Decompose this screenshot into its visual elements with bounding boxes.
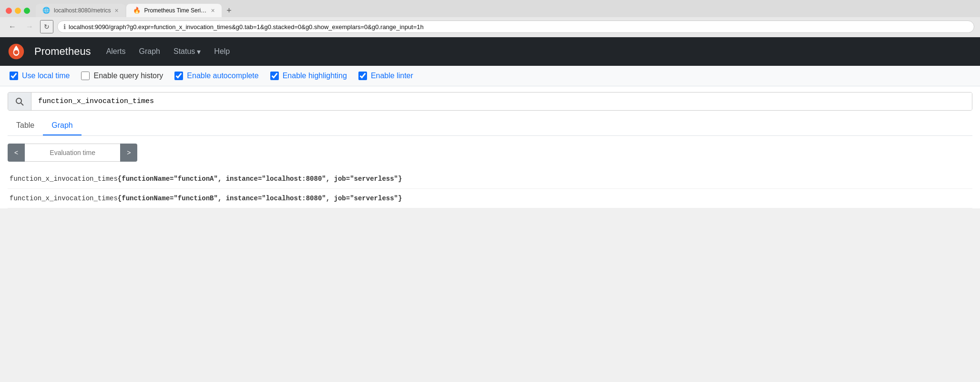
opt3-label: Enable autocomplete: [187, 72, 258, 80]
new-tab-button[interactable]: +: [223, 4, 236, 17]
tab-2-close[interactable]: ×: [211, 7, 214, 14]
nav-alerts[interactable]: Alerts: [101, 43, 132, 60]
results-list: function_x_invocation_times{functionName…: [8, 169, 972, 208]
option-linter[interactable]: Enable linter: [358, 72, 413, 80]
close-button[interactable]: [6, 8, 12, 14]
query-input[interactable]: [31, 93, 972, 110]
svg-point-2: [16, 98, 21, 103]
option-autocomplete[interactable]: Enable autocomplete: [174, 72, 258, 80]
opt1-label: Use local time: [22, 72, 70, 80]
search-bar: [8, 92, 972, 111]
maximize-button[interactable]: [24, 8, 30, 14]
nav-status[interactable]: Status ▾: [168, 43, 206, 60]
opt1-checkbox[interactable]: [10, 72, 18, 80]
app-brand: Prometheus: [34, 45, 91, 58]
svg-line-3: [21, 103, 23, 105]
nav-links: Alerts Graph Status ▾ Help: [101, 43, 236, 60]
back-button[interactable]: ←: [6, 20, 19, 33]
opt5-checkbox[interactable]: [358, 72, 367, 80]
opt3-checkbox[interactable]: [174, 72, 183, 80]
option-query-history[interactable]: Enable query history: [81, 72, 163, 80]
traffic-lights: [6, 8, 30, 14]
opt4-checkbox[interactable]: [270, 72, 279, 80]
eval-next-button[interactable]: >: [120, 144, 137, 162]
tab-table[interactable]: Table: [8, 116, 43, 135]
address-bar[interactable]: ℹ localhost:9090/graph?g0.expr=function_…: [57, 21, 974, 33]
opt4-label: Enable highlighting: [283, 72, 347, 80]
tabs-bar: 🌐 localhost:8080/metrics × 🔥 Prometheus …: [36, 4, 236, 17]
svg-point-1: [14, 50, 19, 54]
globe-icon: 🌐: [42, 7, 50, 14]
tab-graph[interactable]: Graph: [43, 116, 81, 135]
opt5-label: Enable linter: [371, 72, 413, 80]
option-use-local-time[interactable]: Use local time: [10, 72, 70, 80]
result-row-2: function_x_invocation_times{functionName…: [8, 189, 972, 208]
options-bar: Use local time Enable query history Enab…: [0, 66, 980, 86]
nav-help[interactable]: Help: [208, 43, 235, 60]
result-2-prefix: function_x_invocation_times: [10, 195, 118, 202]
result-1-prefix: function_x_invocation_times: [10, 175, 118, 183]
result-1-labels: {functionName="functionA", instance="loc…: [118, 175, 402, 183]
tab-1-title: localhost:8080/metrics: [54, 7, 111, 14]
browser-tab-2[interactable]: 🔥 Prometheus Time Series Collec ×: [126, 4, 222, 17]
opt2-checkbox[interactable]: [81, 72, 90, 80]
result-2-labels: {functionName="functionB", instance="loc…: [118, 195, 402, 202]
eval-row: < >: [8, 144, 972, 162]
result-row-1: function_x_invocation_times{functionName…: [8, 169, 972, 189]
flame-icon: 🔥: [133, 7, 141, 14]
app: Prometheus Alerts Graph Status ▾ Help Us…: [0, 37, 980, 208]
refresh-button[interactable]: ↻: [40, 20, 53, 33]
eval-time-input[interactable]: [25, 144, 120, 162]
eval-prev-button[interactable]: <: [8, 144, 25, 162]
info-icon: ℹ: [63, 23, 66, 31]
result-tabs: Table Graph: [8, 116, 972, 136]
prometheus-logo: [8, 43, 25, 60]
browser-toolbar: ← → ↻ ℹ localhost:9090/graph?g0.expr=fun…: [0, 17, 980, 37]
tab-1-close[interactable]: ×: [114, 7, 118, 14]
chevron-down-icon: ▾: [197, 47, 201, 56]
search-icon: [15, 97, 24, 106]
address-url: localhost:9090/graph?g0.expr=function_x_…: [69, 23, 424, 31]
app-navbar: Prometheus Alerts Graph Status ▾ Help: [0, 37, 980, 66]
minimize-button[interactable]: [15, 8, 21, 14]
opt2-label: Enable query history: [93, 72, 163, 80]
tab-2-title: Prometheus Time Series Collec: [144, 7, 207, 14]
nav-graph[interactable]: Graph: [133, 43, 166, 60]
forward-button[interactable]: →: [23, 20, 36, 33]
option-highlighting[interactable]: Enable highlighting: [270, 72, 347, 80]
browser-chrome: 🌐 localhost:8080/metrics × 🔥 Prometheus …: [0, 0, 980, 37]
search-button[interactable]: [8, 93, 31, 110]
browser-tab-1[interactable]: 🌐 localhost:8080/metrics ×: [36, 4, 125, 17]
browser-titlebar: 🌐 localhost:8080/metrics × 🔥 Prometheus …: [0, 0, 980, 17]
